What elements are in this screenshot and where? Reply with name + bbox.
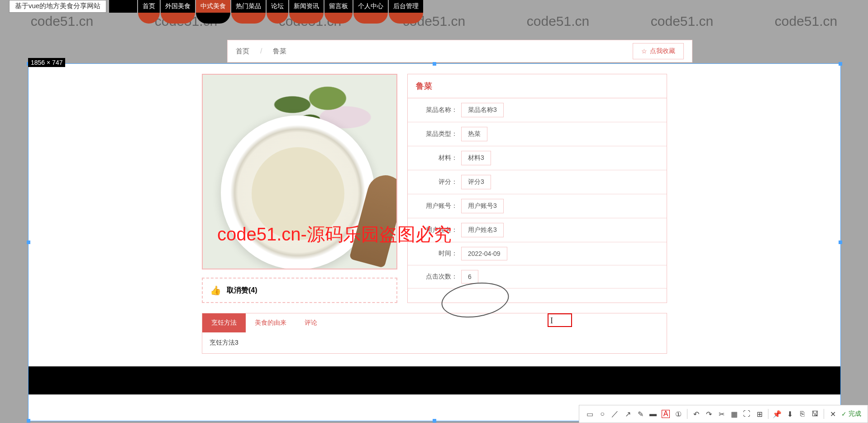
- page-footer: [29, 366, 840, 394]
- detail-row-name: 菜品名称：菜品名称3: [408, 98, 667, 122]
- resize-handle-mr[interactable]: [839, 240, 842, 244]
- resize-handle-tm[interactable]: [433, 62, 436, 66]
- tab-content: 烹饪方法3: [202, 332, 667, 353]
- favorite-button[interactable]: ☆ 点我收藏: [633, 43, 684, 59]
- save-icon[interactable]: 🖫: [811, 410, 819, 418]
- redo-icon[interactable]: ↷: [705, 410, 713, 418]
- nav-hot-dishes[interactable]: 热门菜品: [231, 0, 266, 13]
- pin-icon[interactable]: 📌: [773, 410, 781, 418]
- nav-home[interactable]: 首页: [138, 0, 160, 13]
- download-icon[interactable]: ⬇: [786, 410, 794, 418]
- star-icon: ☆: [641, 48, 647, 55]
- resize-handle-tr[interactable]: [839, 62, 842, 66]
- detail-panel: 鲁菜 菜品名称：菜品名称3 菜品类型：热菜 材料：材料3 评分：评分3 用户账号…: [407, 74, 667, 303]
- nav-guestbook[interactable]: 留言板: [324, 0, 353, 13]
- text-icon[interactable]: A: [662, 410, 670, 418]
- detail-row-rating: 评分：评分3: [408, 170, 667, 194]
- done-button[interactable]: ✓ 完成: [841, 410, 861, 418]
- line-icon[interactable]: ／: [611, 410, 619, 418]
- tabs-panel: 烹饪方法 美食的由来 评论 烹饪方法3: [202, 313, 667, 354]
- selection-dimensions: 1856 × 747: [28, 58, 65, 67]
- crop-icon[interactable]: ✂: [717, 410, 725, 418]
- counter-icon[interactable]: ①: [674, 410, 682, 418]
- copy-icon[interactable]: ⎘: [798, 410, 806, 418]
- unlike-button[interactable]: 👍 取消赞(4): [202, 278, 397, 303]
- nav-admin[interactable]: 后台管理: [389, 0, 423, 13]
- tab-comments[interactable]: 评论: [296, 313, 326, 332]
- tab-food-origin[interactable]: 美食的由来: [246, 313, 296, 332]
- resize-handle-bm[interactable]: [433, 419, 436, 423]
- reselect-icon[interactable]: ⛶: [743, 410, 751, 418]
- nav-spacer: [109, 0, 137, 13]
- pen-icon[interactable]: ✎: [636, 410, 644, 418]
- breadcrumb: 首页 / 鲁菜 ☆ 点我收藏: [227, 40, 692, 62]
- nav-foreign-food[interactable]: 外国美食: [161, 0, 195, 13]
- detail-row-ingredients: 材料：材料3: [408, 146, 667, 170]
- breadcrumb-home[interactable]: 首页: [236, 47, 249, 56]
- rect-icon[interactable]: ▭: [586, 410, 594, 418]
- blur-icon[interactable]: ▦: [730, 410, 738, 418]
- nav-profile[interactable]: 个人中心: [353, 0, 388, 13]
- nav-forum[interactable]: 论坛: [267, 0, 288, 13]
- check-icon: ✓: [841, 410, 847, 418]
- resize-handle-bl[interactable]: [27, 419, 30, 423]
- nav-news[interactable]: 新闻资讯: [289, 0, 324, 13]
- resize-handle-ml[interactable]: [27, 240, 30, 244]
- breadcrumb-separator: /: [260, 47, 262, 55]
- site-title: 基于vue的地方美食分享网站: [9, 0, 106, 13]
- center-watermark: code51.cn-源码乐园盗图必究: [217, 222, 452, 247]
- screenshot-toolbar: ▭ ○ ／ ↗ ✎ ▬ A ① ↶ ↷ ✂ ▦ ⛶ ⊞ 📌 ⬇ ⎘ 🖫 ✕ ✓ …: [579, 405, 868, 423]
- undo-icon[interactable]: ↶: [692, 410, 700, 418]
- detail-title: 鲁菜: [408, 74, 667, 98]
- ocr-icon[interactable]: ⊞: [755, 410, 763, 418]
- text-cursor-icon: I: [550, 316, 553, 326]
- thumbs-up-icon: 👍: [210, 285, 221, 296]
- arrow-icon[interactable]: ↗: [624, 410, 632, 418]
- breadcrumb-current: 鲁菜: [273, 47, 286, 56]
- detail-row-account: 用户账号：用户账号3: [408, 194, 667, 218]
- top-navigation: 基于vue的地方美食分享网站 首页 外国美食 中式美食 热门菜品 论坛 新闻资讯…: [0, 0, 868, 13]
- tab-cooking-method[interactable]: 烹饪方法: [202, 313, 246, 332]
- marker-icon[interactable]: ▬: [649, 410, 657, 418]
- nav-chinese-food[interactable]: 中式美食: [196, 0, 230, 13]
- close-icon[interactable]: ✕: [829, 410, 837, 418]
- circle-icon[interactable]: ○: [598, 410, 606, 418]
- detail-row-type: 菜品类型：热菜: [408, 122, 667, 146]
- detail-row-clicks: 点击次数：6: [408, 265, 667, 288]
